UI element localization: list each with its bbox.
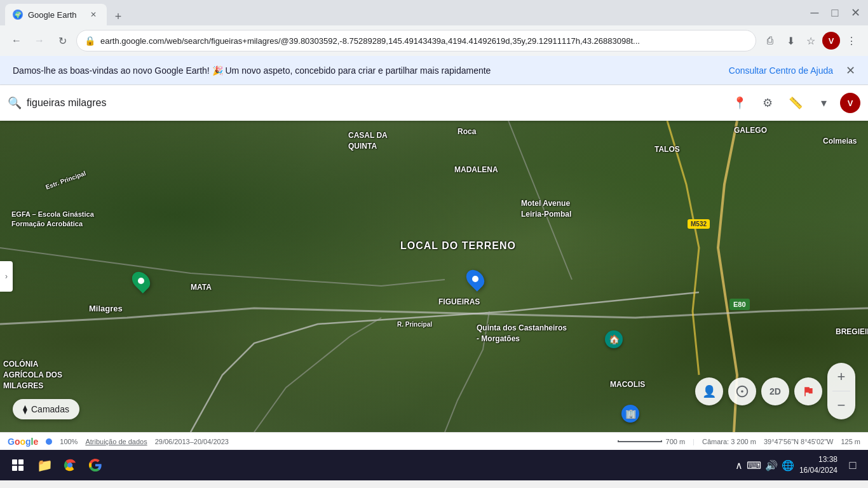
start-button[interactable] [5,452,31,478]
network-icon[interactable]: 🌐 [782,459,794,471]
sidebar-toggle[interactable]: › [0,261,13,292]
tab-bar: 🌍 Google Earth ✕ + [5,0,807,25]
title-bar: 🌍 Google Earth ✕ + ─ □ ✕ [0,0,868,25]
search-icon: 🔍 [8,96,22,110]
keyboard-icon[interactable]: ⌨ [747,459,761,471]
minimize-button[interactable]: ─ [807,5,822,20]
map-background: Roca CASAL DAQUINTA MADALENA GALEGO TALO… [0,121,868,432]
map-controls: 👤 2D + − [695,363,855,419]
map-container[interactable]: Roca CASAL DAQUINTA MADALENA GALEGO TALO… [0,121,868,432]
sign-e80: E80 [729,299,750,310]
tab-title: Google Earth [28,10,83,20]
new-tab-button[interactable]: + [109,8,127,25]
tab-favicon: 🌍 [13,10,23,20]
date-range: 29/06/2013–20/04/2023 [155,438,229,445]
url-text: earth.google.com/web/search/figueiras+mi… [100,36,748,46]
layers-label: Camadas [31,404,69,414]
profile-button[interactable]: V [822,32,840,50]
star-icon[interactable]: ☆ [802,32,820,50]
forward-button[interactable]: → [31,32,48,50]
quinta-marker[interactable]: 🏠 [605,330,623,348]
maximize-button[interactable]: □ [827,5,843,20]
window-controls: ─ □ ✕ [807,5,863,20]
status-circle [46,438,52,445]
egfa-pin[interactable] [133,271,149,291]
clock[interactable]: 13:38 16/04/2024 [799,454,837,476]
tray-arrow[interactable]: ∧ [735,459,743,471]
chrome-icon[interactable] [58,454,81,477]
altitude: 125 m [841,438,860,445]
location-tool[interactable]: 📍 [728,92,751,114]
google-icon[interactable] [84,454,107,477]
camera-info: Câmara: 3 200 m [702,438,756,445]
sign-m532: M532 [688,219,710,229]
flag-button[interactable] [794,377,822,405]
svg-point-0 [741,390,743,393]
measure-tool[interactable]: ⚙ [756,92,779,114]
windows-logo [12,459,24,471]
zoom-controls: + − [827,363,855,419]
back-button[interactable]: ← [8,32,25,50]
lock-icon: 🔒 [85,36,95,46]
zoom-out-button[interactable]: − [827,391,855,419]
map-search-bar: 🔍 📍 ⚙ 📏 ▾ V [0,85,868,121]
layers-icon: ⧫ [23,404,27,414]
attribution-link[interactable]: Atribuição de dados [85,438,147,445]
coordinates: 39°47'56"N 8°45'02"W [764,438,833,445]
cast-icon[interactable]: ⎙ [761,32,779,50]
compass-button[interactable] [728,377,756,405]
browser-tab[interactable]: 🌍 Google Earth ✕ [5,4,107,25]
street-view-button[interactable]: 👤 [695,377,723,405]
main-location-pin[interactable] [468,269,483,289]
scale-label: 700 m [666,438,686,445]
menu-icon[interactable]: ⋮ [843,32,860,50]
help-center-link[interactable]: Consultar Centro de Ajuda [729,65,833,76]
url-box[interactable]: 🔒 earth.google.com/web/search/figueiras+… [76,30,756,51]
speaker-icon[interactable]: 🔊 [765,459,778,471]
address-bar: ← → ↻ 🔒 earth.google.com/web/search/figu… [0,25,868,56]
reload-button[interactable]: ↻ [53,32,71,50]
scale-bar-wrap: 700 m [618,438,686,445]
date-display: 16/04/2024 [799,465,837,476]
layers-button[interactable]: ⧫ Camadas [13,399,79,419]
time-display: 13:38 [799,454,837,465]
view-2d-button[interactable]: 2D [761,377,789,405]
google-logo: Google [8,437,38,447]
search-input[interactable] [27,97,723,109]
dropdown-tool[interactable]: ▾ [812,92,835,114]
svg-point-2 [67,463,72,467]
banner-close-button[interactable]: ✕ [846,64,855,78]
system-tray: ∧ ⌨ 🔊 🌐 [735,459,794,471]
banner-text: Damos-lhe as boas-vindas ao novo Google … [13,65,724,76]
close-button[interactable]: ✕ [848,5,863,20]
notification-center-button[interactable]: □ [843,455,863,475]
tab-close-button[interactable]: ✕ [88,9,99,20]
map-profile-button[interactable]: V [840,93,860,113]
status-bar: Google 100% Atribuição de dados 29/06/20… [0,432,868,450]
taskbar: 📁 ∧ ⌨ 🔊 🌐 13:38 16/04/2024 □ [0,450,868,480]
save-icon[interactable]: ⬇ [782,32,799,50]
notification-banner: Damos-lhe as boas-vindas ao novo Google … [0,56,868,85]
taskbar-right: ∧ ⌨ 🔊 🌐 13:38 16/04/2024 □ [735,454,863,476]
scale-bar [618,440,662,442]
file-explorer-icon[interactable]: 📁 [33,454,56,477]
zoom-percent: 100% [60,438,78,445]
toolbar-icons: ⎙ ⬇ ☆ V ⋮ [761,32,860,50]
zoom-in-button[interactable]: + [827,363,855,391]
ruler-tool[interactable]: 📏 [784,92,807,114]
macolis-marker[interactable]: 🏢 [621,405,639,423]
